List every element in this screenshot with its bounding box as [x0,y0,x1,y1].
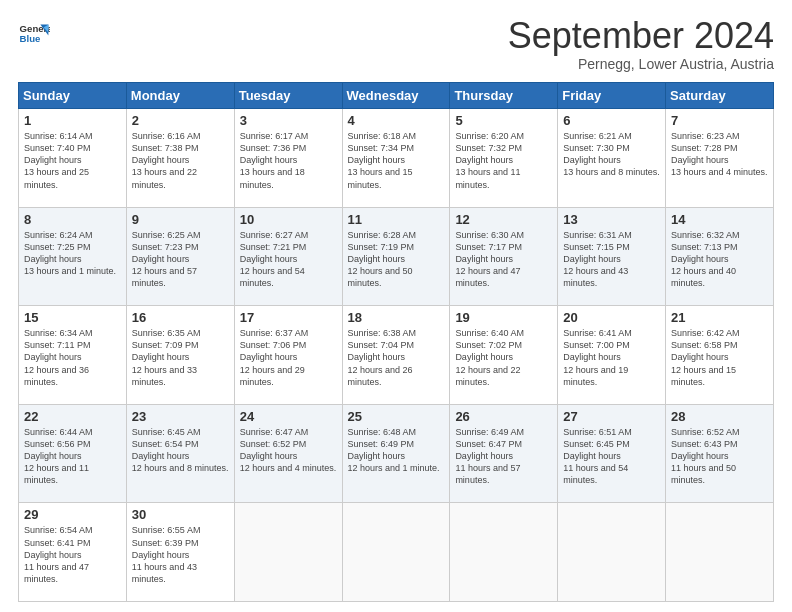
day-number: 1 [24,113,121,128]
day-info: Sunrise: 6:25 AM Sunset: 7:23 PM Dayligh… [132,229,229,290]
col-wednesday: Wednesday [342,83,450,109]
day-number: 28 [671,409,768,424]
table-row: 5 Sunrise: 6:20 AM Sunset: 7:32 PM Dayli… [450,109,558,208]
day-info: Sunrise: 6:51 AM Sunset: 6:45 PM Dayligh… [563,426,660,487]
day-number: 7 [671,113,768,128]
page: General Blue September 2024 Pernegg, Low… [0,0,792,612]
day-info: Sunrise: 6:55 AM Sunset: 6:39 PM Dayligh… [132,524,229,585]
table-row: 14 Sunrise: 6:32 AM Sunset: 7:13 PM Dayl… [666,207,774,306]
table-row: 21 Sunrise: 6:42 AM Sunset: 6:58 PM Dayl… [666,306,774,405]
table-row: 9 Sunrise: 6:25 AM Sunset: 7:23 PM Dayli… [126,207,234,306]
day-info: Sunrise: 6:31 AM Sunset: 7:15 PM Dayligh… [563,229,660,290]
table-row: 6 Sunrise: 6:21 AM Sunset: 7:30 PM Dayli… [558,109,666,208]
day-number: 18 [348,310,445,325]
title-block: September 2024 Pernegg, Lower Austria, A… [508,18,774,72]
day-number: 27 [563,409,660,424]
day-info: Sunrise: 6:40 AM Sunset: 7:02 PM Dayligh… [455,327,552,388]
day-number: 4 [348,113,445,128]
day-info: Sunrise: 6:41 AM Sunset: 7:00 PM Dayligh… [563,327,660,388]
table-row: 23 Sunrise: 6:45 AM Sunset: 6:54 PM Dayl… [126,404,234,503]
day-info: Sunrise: 6:21 AM Sunset: 7:30 PM Dayligh… [563,130,660,179]
table-row: 11 Sunrise: 6:28 AM Sunset: 7:19 PM Dayl… [342,207,450,306]
col-friday: Friday [558,83,666,109]
day-info: Sunrise: 6:18 AM Sunset: 7:34 PM Dayligh… [348,130,445,191]
table-row: 27 Sunrise: 6:51 AM Sunset: 6:45 PM Dayl… [558,404,666,503]
month-title: September 2024 [508,18,774,54]
header: General Blue September 2024 Pernegg, Low… [18,18,774,72]
table-row: 20 Sunrise: 6:41 AM Sunset: 7:00 PM Dayl… [558,306,666,405]
day-number: 30 [132,507,229,522]
day-info: Sunrise: 6:45 AM Sunset: 6:54 PM Dayligh… [132,426,229,475]
day-info: Sunrise: 6:14 AM Sunset: 7:40 PM Dayligh… [24,130,121,191]
day-number: 17 [240,310,337,325]
table-row: 8 Sunrise: 6:24 AM Sunset: 7:25 PM Dayli… [19,207,127,306]
day-info: Sunrise: 6:28 AM Sunset: 7:19 PM Dayligh… [348,229,445,290]
table-row: 15 Sunrise: 6:34 AM Sunset: 7:11 PM Dayl… [19,306,127,405]
day-info: Sunrise: 6:47 AM Sunset: 6:52 PM Dayligh… [240,426,337,475]
table-row: 17 Sunrise: 6:37 AM Sunset: 7:06 PM Dayl… [234,306,342,405]
day-info: Sunrise: 6:38 AM Sunset: 7:04 PM Dayligh… [348,327,445,388]
day-info: Sunrise: 6:44 AM Sunset: 6:56 PM Dayligh… [24,426,121,487]
day-number: 13 [563,212,660,227]
location: Pernegg, Lower Austria, Austria [508,56,774,72]
day-info: Sunrise: 6:24 AM Sunset: 7:25 PM Dayligh… [24,229,121,278]
table-row: 13 Sunrise: 6:31 AM Sunset: 7:15 PM Dayl… [558,207,666,306]
calendar-header-row: Sunday Monday Tuesday Wednesday Thursday… [19,83,774,109]
col-sunday: Sunday [19,83,127,109]
day-number: 12 [455,212,552,227]
table-row: 28 Sunrise: 6:52 AM Sunset: 6:43 PM Dayl… [666,404,774,503]
logo: General Blue [18,18,50,50]
table-row: 2 Sunrise: 6:16 AM Sunset: 7:38 PM Dayli… [126,109,234,208]
day-info: Sunrise: 6:48 AM Sunset: 6:49 PM Dayligh… [348,426,445,475]
day-number: 20 [563,310,660,325]
table-row: 24 Sunrise: 6:47 AM Sunset: 6:52 PM Dayl… [234,404,342,503]
table-row [342,503,450,602]
day-info: Sunrise: 6:16 AM Sunset: 7:38 PM Dayligh… [132,130,229,191]
day-info: Sunrise: 6:23 AM Sunset: 7:28 PM Dayligh… [671,130,768,179]
col-saturday: Saturday [666,83,774,109]
day-number: 2 [132,113,229,128]
day-info: Sunrise: 6:32 AM Sunset: 7:13 PM Dayligh… [671,229,768,290]
day-info: Sunrise: 6:35 AM Sunset: 7:09 PM Dayligh… [132,327,229,388]
day-number: 19 [455,310,552,325]
day-info: Sunrise: 6:54 AM Sunset: 6:41 PM Dayligh… [24,524,121,585]
table-row: 22 Sunrise: 6:44 AM Sunset: 6:56 PM Dayl… [19,404,127,503]
table-row: 29 Sunrise: 6:54 AM Sunset: 6:41 PM Dayl… [19,503,127,602]
day-info: Sunrise: 6:17 AM Sunset: 7:36 PM Dayligh… [240,130,337,191]
table-row: 25 Sunrise: 6:48 AM Sunset: 6:49 PM Dayl… [342,404,450,503]
day-number: 3 [240,113,337,128]
table-row [558,503,666,602]
calendar-table: Sunday Monday Tuesday Wednesday Thursday… [18,82,774,602]
day-info: Sunrise: 6:30 AM Sunset: 7:17 PM Dayligh… [455,229,552,290]
table-row: 1 Sunrise: 6:14 AM Sunset: 7:40 PM Dayli… [19,109,127,208]
table-row: 19 Sunrise: 6:40 AM Sunset: 7:02 PM Dayl… [450,306,558,405]
table-row: 18 Sunrise: 6:38 AM Sunset: 7:04 PM Dayl… [342,306,450,405]
table-row: 10 Sunrise: 6:27 AM Sunset: 7:21 PM Dayl… [234,207,342,306]
day-number: 16 [132,310,229,325]
table-row: 12 Sunrise: 6:30 AM Sunset: 7:17 PM Dayl… [450,207,558,306]
day-number: 11 [348,212,445,227]
day-number: 25 [348,409,445,424]
day-number: 22 [24,409,121,424]
day-info: Sunrise: 6:37 AM Sunset: 7:06 PM Dayligh… [240,327,337,388]
day-number: 5 [455,113,552,128]
logo-icon: General Blue [18,18,50,50]
day-number: 8 [24,212,121,227]
day-number: 24 [240,409,337,424]
day-number: 23 [132,409,229,424]
svg-text:Blue: Blue [20,33,41,44]
day-number: 14 [671,212,768,227]
table-row: 16 Sunrise: 6:35 AM Sunset: 7:09 PM Dayl… [126,306,234,405]
col-monday: Monday [126,83,234,109]
table-row: 3 Sunrise: 6:17 AM Sunset: 7:36 PM Dayli… [234,109,342,208]
table-row: 30 Sunrise: 6:55 AM Sunset: 6:39 PM Dayl… [126,503,234,602]
day-number: 21 [671,310,768,325]
day-number: 10 [240,212,337,227]
day-number: 9 [132,212,229,227]
day-number: 15 [24,310,121,325]
day-number: 26 [455,409,552,424]
day-info: Sunrise: 6:20 AM Sunset: 7:32 PM Dayligh… [455,130,552,191]
table-row: 26 Sunrise: 6:49 AM Sunset: 6:47 PM Dayl… [450,404,558,503]
day-info: Sunrise: 6:27 AM Sunset: 7:21 PM Dayligh… [240,229,337,290]
day-number: 29 [24,507,121,522]
